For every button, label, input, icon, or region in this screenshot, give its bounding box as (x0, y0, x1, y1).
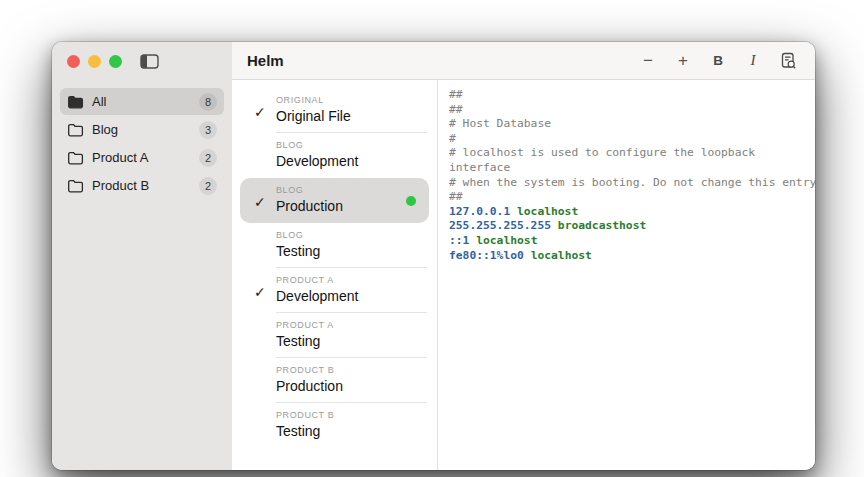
code-line: # (449, 132, 813, 147)
profile-title: Testing (276, 422, 405, 441)
profile-title: Development (276, 152, 405, 171)
zoom-button[interactable] (109, 55, 122, 68)
profile-list: ✓ ORIGINAL Original File ✓ BLOG Developm… (232, 80, 438, 470)
profile-title: Production (276, 197, 405, 216)
check-icon: ✓ (254, 193, 266, 209)
profile-title: Testing (276, 242, 405, 261)
code-line: ::1 localhost (449, 234, 813, 249)
folder-label: All (92, 94, 199, 109)
active-status-dot (406, 196, 416, 206)
folder-icon (67, 94, 85, 109)
code-line: # localhost is used to configure the loo… (449, 146, 813, 161)
profile-row[interactable]: ✓ PRODUCT A Development (240, 268, 429, 313)
folder-label: Product B (92, 178, 199, 193)
check-icon: ✓ (254, 283, 266, 299)
profile-title: Production (276, 377, 405, 396)
sidebar: All 8 Blog 3 Product A 2 Product B 2 (52, 42, 232, 470)
sidebar-toggle-icon (140, 54, 159, 69)
code-line: 127.0.0.1 localhost (449, 205, 813, 220)
folder-label: Blog (92, 122, 199, 137)
profile-category: PRODUCT A (276, 319, 405, 331)
close-button[interactable] (67, 55, 80, 68)
folder-label: Product A (92, 150, 199, 165)
code-line: ## (449, 190, 813, 205)
code-line: ## (449, 88, 813, 103)
profile-texts: BLOG Testing (276, 229, 405, 261)
profile-texts: BLOG Production (276, 184, 405, 216)
sidebar-folder-item[interactable]: Product A 2 (60, 144, 224, 171)
profile-row[interactable]: ✓ BLOG Production (240, 178, 429, 223)
hosts-editor[interactable]: ##### Host Database## localhost is used … (438, 80, 815, 470)
profile-category: BLOG (276, 184, 405, 196)
profile-row[interactable]: ✓ PRODUCT B Production (240, 358, 429, 403)
profile-row[interactable]: ✓ PRODUCT B Testing (240, 403, 429, 448)
code-line: interface (449, 161, 813, 176)
check-icon: ✓ (254, 103, 266, 119)
profile-category: PRODUCT B (276, 364, 405, 376)
profile-row[interactable]: ✓ BLOG Testing (240, 223, 429, 268)
minimize-button[interactable] (88, 55, 101, 68)
folder-icon (67, 122, 85, 137)
profile-row[interactable]: ✓ PRODUCT A Testing (240, 313, 429, 358)
folder-icon (67, 178, 85, 193)
profile-title: Development (276, 287, 405, 306)
code-line: # Host Database (449, 117, 813, 132)
profile-texts: PRODUCT B Production (276, 364, 405, 396)
profile-texts: PRODUCT A Development (276, 274, 405, 306)
titlebar: Helm − + B I (232, 42, 815, 80)
profile-texts: PRODUCT A Testing (276, 319, 405, 351)
decrease-font-button[interactable]: − (635, 49, 661, 73)
profile-category: BLOG (276, 139, 405, 151)
code-line: # when the system is booting. Do not cha… (449, 176, 813, 191)
profile-texts: ORIGINAL Original File (276, 94, 405, 126)
folder-count-badge: 2 (199, 149, 217, 167)
profile-title: Testing (276, 332, 405, 351)
desktop-background: All 8 Blog 3 Product A 2 Product B 2 (0, 0, 864, 477)
window-title: Helm (247, 52, 635, 69)
profile-category: PRODUCT A (276, 274, 405, 286)
increase-font-button[interactable]: + (670, 49, 696, 73)
code-line: ## (449, 103, 813, 118)
profile-row[interactable]: ✓ BLOG Development (240, 133, 429, 178)
profile-category: PRODUCT B (276, 409, 405, 421)
content-panels: ✓ ORIGINAL Original File ✓ BLOG Developm… (232, 80, 815, 470)
code-line: 255.255.255.255 broadcasthost (449, 219, 813, 234)
folder-count-badge: 2 (199, 177, 217, 195)
profile-title: Original File (276, 107, 405, 126)
profile-texts: BLOG Development (276, 139, 405, 171)
profile-category: BLOG (276, 229, 405, 241)
sidebar-folder-item[interactable]: Product B 2 (60, 172, 224, 199)
folder-list: All 8 Blog 3 Product A 2 Product B 2 (52, 80, 232, 200)
sidebar-folder-item[interactable]: All 8 (60, 88, 224, 115)
bold-button[interactable]: B (705, 49, 731, 73)
profile-category: ORIGINAL (276, 94, 405, 106)
sidebar-folder-item[interactable]: Blog 3 (60, 116, 224, 143)
code-line: fe80::1%lo0 localhost (449, 249, 813, 264)
app-window: All 8 Blog 3 Product A 2 Product B 2 (52, 42, 815, 470)
window-controls (52, 42, 232, 80)
toolbar: − + B I (635, 49, 801, 73)
document-search-icon (779, 52, 797, 70)
preview-search-button[interactable] (775, 49, 801, 73)
toggle-sidebar-button[interactable] (140, 54, 159, 69)
profile-texts: PRODUCT B Testing (276, 409, 405, 441)
editor-content: ##### Host Database## localhost is used … (449, 88, 813, 263)
folder-count-badge: 3 (199, 121, 217, 139)
profile-row[interactable]: ✓ ORIGINAL Original File (240, 88, 429, 133)
folder-icon (67, 150, 85, 165)
folder-count-badge: 8 (199, 93, 217, 111)
main-area: Helm − + B I (232, 42, 815, 470)
italic-button[interactable]: I (740, 49, 766, 73)
